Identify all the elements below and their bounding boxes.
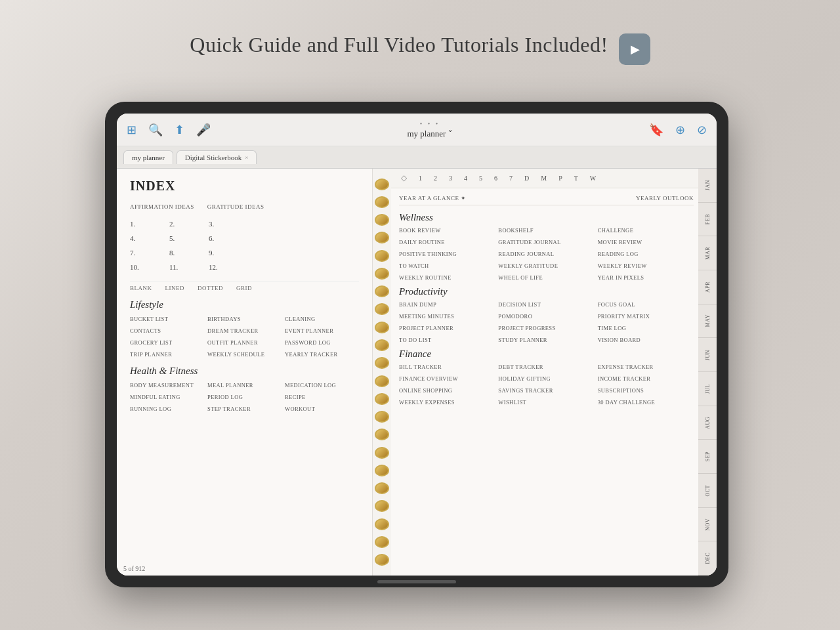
letter-tab-m[interactable]: M (537, 173, 550, 183)
reading-journal-link[interactable]: READING JOURNAL (498, 251, 594, 257)
income-tracker-link[interactable]: INCOME TRACKER (598, 375, 694, 382)
to-watch-link[interactable]: TO WATCH (399, 262, 495, 269)
dream-tracker-link[interactable]: DREAM TRACKER (207, 327, 282, 334)
index-num-1[interactable]: 1. (130, 220, 150, 228)
time-log-link[interactable]: TIME LOG (598, 325, 694, 331)
meeting-minutes-link[interactable]: MEETING MINUTES (399, 313, 495, 320)
expense-tracker-link[interactable]: EXPENSE TRACKER (598, 364, 694, 370)
grocery-list-link[interactable]: GROCERY LIST (130, 339, 204, 346)
gratitude-ideas-link[interactable]: GRATITUDE IDEAS (207, 203, 264, 210)
movie-review-link[interactable]: MOVIE REVIEW (598, 239, 694, 245)
vision-board-link[interactable]: VISION BOARD (598, 337, 694, 343)
weekly-expenses-link[interactable]: WEEKLY EXPENSES (399, 399, 495, 406)
lined-link[interactable]: LINED (165, 285, 185, 291)
bill-tracker-link[interactable]: BILL TRACKER (399, 364, 495, 370)
wheel-of-life-link[interactable]: WHEEL OF LIFE (498, 274, 594, 281)
index-num-11[interactable]: 11. (169, 263, 189, 271)
yearly-outlook-link[interactable]: YEARLY OUTLOOK (636, 195, 694, 201)
daily-routine-link[interactable]: DAILY ROUTINE (399, 239, 495, 245)
share-icon[interactable]: ⬆ (175, 123, 184, 137)
circle-slash-icon[interactable]: ⊘ (697, 123, 707, 137)
pomodoro-link[interactable]: POMODORO (498, 313, 594, 320)
month-tab-nov[interactable]: NOV (698, 508, 717, 542)
finance-overview-link[interactable]: FINANCE OVERVIEW (399, 375, 495, 382)
index-num-3[interactable]: 3. (209, 220, 228, 228)
num-tab-5[interactable]: 5 (476, 173, 486, 183)
brain-dump-link[interactable]: BRAIN DUMP (399, 301, 495, 308)
month-tab-feb[interactable]: FEB (698, 203, 717, 237)
body-measurement-link[interactable]: BODY MEASUREMENT (130, 382, 204, 388)
project-planner-link[interactable]: PROJECT PLANNER (399, 325, 495, 331)
num-tab-7[interactable]: 7 (506, 173, 516, 183)
to-do-list-link[interactable]: TO DO LIST (399, 337, 495, 343)
wishlist-link[interactable]: WISHLIST (498, 399, 594, 406)
weekly-review-link[interactable]: WEEKLY REVIEW (598, 262, 694, 269)
grid-icon[interactable]: ⊞ (127, 123, 136, 137)
challenge-link[interactable]: CHALLENGE (598, 227, 694, 234)
decision-list-link[interactable]: DECISION LIST (498, 301, 594, 308)
num-tab-4[interactable]: 4 (461, 173, 471, 183)
trip-planner-link[interactable]: TRIP PLANNER (130, 351, 204, 358)
month-tab-jul[interactable]: JUL (698, 372, 717, 406)
month-tab-may[interactable]: MAY (698, 304, 717, 339)
num-tab-d[interactable]: D (521, 173, 532, 183)
num-tab-3[interactable]: 3 (446, 173, 455, 183)
period-log-link[interactable]: PERIOD LOG (207, 394, 282, 400)
gratitude-journal-link[interactable]: GRATITUDE JOURNAL (498, 239, 594, 245)
recipe-link[interactable]: RECIPE (285, 394, 359, 400)
toolbar-title[interactable]: my planner ˅ (407, 129, 452, 139)
book-review-link[interactable]: BOOK REVIEW (399, 227, 495, 234)
year-at-glance-link[interactable]: YEAR AT A GLANCE ✦ (399, 195, 467, 201)
reading-log-link[interactable]: READING LOG (598, 251, 694, 257)
index-num-10[interactable]: 10. (130, 263, 150, 271)
affirmation-ideas-link[interactable]: AFFIRMATION IDEAS (130, 203, 194, 210)
tab-digital-stickerbook[interactable]: Digital Stickerbook × (177, 150, 257, 164)
index-num-5[interactable]: 5. (169, 234, 189, 242)
index-num-8[interactable]: 8. (169, 249, 189, 257)
mic-icon[interactable]: 🎤 (196, 123, 211, 137)
month-tab-jun[interactable]: JUN (698, 338, 717, 372)
running-log-link[interactable]: RUNNING LOG (130, 406, 204, 412)
diamond-tab[interactable]: ◇ (398, 172, 410, 184)
letter-tab-t[interactable]: T (571, 173, 581, 183)
search-icon[interactable]: 🔍 (148, 123, 163, 137)
play-button[interactable] (619, 33, 650, 65)
dotted-link[interactable]: DOTTED (198, 285, 223, 291)
debt-tracker-link[interactable]: DEBT TRACKER (498, 364, 594, 370)
meal-planner-link[interactable]: MEAL PLANNER (207, 382, 282, 388)
month-tab-oct[interactable]: OCT (698, 474, 717, 508)
workout-link[interactable]: WORKOUT (285, 406, 359, 412)
event-planner-link[interactable]: EVENT PLANNER (285, 327, 359, 334)
weekly-gratitude-link[interactable]: WEEKLY GRATITUDE (498, 262, 594, 269)
num-tab-6[interactable]: 6 (491, 173, 501, 183)
medication-log-link[interactable]: MEDICATION LOG (285, 382, 359, 388)
positive-thinking-link[interactable]: POSITIVE THINKING (399, 251, 495, 257)
contacts-link[interactable]: CONTACTS (130, 327, 204, 334)
holiday-gifting-link[interactable]: HOLIDAY GIFTING (498, 375, 594, 382)
plus-icon[interactable]: ⊕ (675, 123, 685, 137)
index-num-7[interactable]: 7. (130, 249, 150, 257)
month-tab-dec[interactable]: DEC (698, 541, 717, 576)
index-num-12[interactable]: 12. (209, 263, 228, 271)
index-num-6[interactable]: 6. (209, 234, 228, 242)
month-tab-jan[interactable]: JAN (698, 169, 717, 203)
month-tab-apr[interactable]: APR (698, 270, 717, 304)
savings-tracker-link[interactable]: SAVINGS TRACKER (498, 387, 594, 394)
focus-goal-link[interactable]: FOCUS GOAL (598, 301, 694, 308)
cleaning-link[interactable]: CLEANING (285, 316, 359, 322)
online-shopping-link[interactable]: ONLINE SHOPPING (399, 387, 495, 394)
num-tab-2[interactable]: 2 (430, 173, 440, 183)
bookshelf-link[interactable]: BOOKSHELF (498, 227, 594, 234)
month-tab-aug[interactable]: AUG (698, 406, 717, 440)
subscriptions-link[interactable]: SUBSCRIPTIONS (598, 387, 694, 394)
blank-link[interactable]: BLANK (130, 285, 152, 291)
step-tracker-link[interactable]: STEP TRACKER (207, 406, 282, 412)
priority-matrix-link[interactable]: PRIORITY MATRIX (598, 313, 694, 320)
birthdays-link[interactable]: BIRTHDAYS (207, 316, 282, 322)
num-tab-1[interactable]: 1 (415, 173, 425, 183)
study-planner-link[interactable]: STUDY PLANNER (498, 337, 594, 343)
30-day-challenge-link[interactable]: 30 DAY CHALLENGE (598, 399, 694, 406)
weekly-schedule-link[interactable]: WEEKLY SCHEDULE (207, 351, 282, 358)
index-num-9[interactable]: 9. (209, 249, 228, 257)
outfit-planner-link[interactable]: OUTFIT PLANNER (207, 339, 282, 346)
